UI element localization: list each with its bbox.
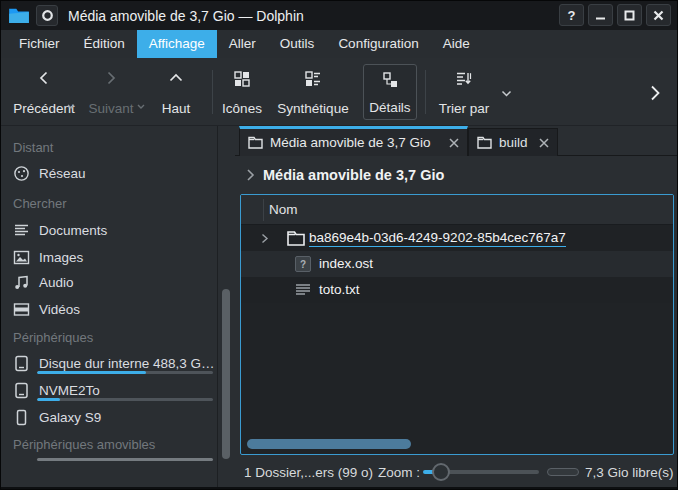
sidebar-item-images[interactable]: Images xyxy=(13,245,83,269)
zoom-slider-handle[interactable] xyxy=(432,463,450,481)
window-controls: ? xyxy=(559,4,671,26)
smartphone-icon xyxy=(13,409,30,426)
places-panel: Distant Réseau Chercher Documents xyxy=(1,126,234,490)
tab-close-button[interactable] xyxy=(539,138,549,148)
chevron-left-icon xyxy=(36,70,52,86)
zoom-slider-track[interactable] xyxy=(447,470,539,474)
sidebar-item-documents[interactable]: Documents xyxy=(13,218,107,242)
icons-view-button[interactable]: Icônes xyxy=(219,64,265,120)
back-dropdown-caret-icon[interactable] xyxy=(67,104,75,109)
close-button[interactable] xyxy=(646,4,671,26)
chevron-right-icon xyxy=(246,168,255,182)
file-row-toto-txt[interactable]: toto.txt xyxy=(241,277,673,303)
folder-icon xyxy=(248,136,263,149)
file-name[interactable]: index.ost xyxy=(319,256,373,271)
minimize-icon xyxy=(595,10,606,21)
folder-view-panel: Média amovible de 3,7 Gio build xyxy=(235,126,678,490)
sidebar-item-label: Documents xyxy=(39,223,107,238)
sort-icon xyxy=(455,70,473,88)
close-icon xyxy=(449,138,459,148)
maximize-icon xyxy=(624,10,635,21)
menu-affichage[interactable]: Affichage xyxy=(137,30,217,58)
titlebar-emblem-button[interactable] xyxy=(36,5,58,26)
toolbar-separator xyxy=(425,70,426,114)
file-row-folder[interactable]: ba869e4b-03d6-4249-9202-85b4cec767a7 xyxy=(241,225,673,251)
sidebar-item-audio[interactable]: Audio xyxy=(13,270,74,294)
harddisk-icon xyxy=(13,355,30,372)
harddisk-icon xyxy=(13,382,30,399)
audio-icon xyxy=(13,274,30,291)
text-file-icon xyxy=(295,283,311,298)
dolphin-window: Média amovible de 3,7 Gio — Dolphin ? Fi… xyxy=(0,0,678,490)
menu-fichier[interactable]: Fichier xyxy=(7,30,72,58)
forward-button[interactable]: Suivant xyxy=(83,64,139,120)
compact-view-button[interactable]: Synthétique xyxy=(269,64,357,120)
places-section-peripheriques: Périphériques xyxy=(13,330,93,345)
breadcrumb[interactable]: Média amovible de 3,7 Gio xyxy=(235,156,678,194)
places-section-chercher: Chercher xyxy=(13,196,66,211)
sidebar-scrollbar[interactable] xyxy=(222,289,230,459)
menubar: Fichier Édition Affichage Aller Outils C… xyxy=(1,30,677,58)
file-name[interactable]: toto.txt xyxy=(319,282,360,297)
sidebar-item-label: Réseau xyxy=(39,166,86,181)
zoom-label: Zoom : xyxy=(378,465,420,480)
maximize-button[interactable] xyxy=(617,4,642,26)
statusbar: 1 Dossier,...ers (99 o) Zoom : 7,3 Gio l… xyxy=(235,455,678,490)
forward-dropdown-caret-icon[interactable] xyxy=(137,104,145,109)
column-separator[interactable] xyxy=(263,199,264,221)
titlebar[interactable]: Média amovible de 3,7 Gio — Dolphin ? xyxy=(1,1,677,30)
places-section-amovibles: Périphériques amovibles xyxy=(13,437,155,452)
sidebar-item-label: Disque dur interne 488,3 G… xyxy=(39,356,215,371)
disc-icon xyxy=(41,9,54,22)
sort-by-button[interactable]: Trier par xyxy=(433,64,495,120)
tab-build[interactable]: build xyxy=(468,128,558,156)
details-view-icon xyxy=(381,71,399,89)
column-header-row: Nom xyxy=(241,195,673,225)
menu-aller[interactable]: Aller xyxy=(217,30,268,58)
compact-view-icon xyxy=(304,70,322,88)
sort-dropdown-caret-icon[interactable] xyxy=(501,90,512,97)
tab-close-button[interactable] xyxy=(449,138,459,148)
toolbar: Précédent Suivant Haut Icônes xyxy=(1,58,677,126)
sidebar-item-galaxy-s9[interactable]: Galaxy S9 xyxy=(13,405,101,429)
details-view-button[interactable]: Détails xyxy=(363,64,417,120)
sidebar-item-videos[interactable]: Vidéos xyxy=(13,297,80,321)
sidebar-item-label: Galaxy S9 xyxy=(39,410,101,425)
menu-edition[interactable]: Édition xyxy=(72,30,137,58)
tab-label: build xyxy=(499,135,528,150)
help-button[interactable]: ? xyxy=(559,4,584,26)
help-icon: ? xyxy=(568,8,576,23)
menu-configuration[interactable]: Configuration xyxy=(326,30,430,58)
expander-icon[interactable] xyxy=(261,233,269,244)
back-button[interactable]: Précédent xyxy=(9,64,79,120)
horizontal-scrollbar[interactable] xyxy=(247,439,411,449)
tab-media-amovible[interactable]: Média amovible de 3,7 Gio xyxy=(239,126,468,156)
places-section-distant: Distant xyxy=(13,140,53,155)
menu-aide[interactable]: Aide xyxy=(431,30,482,58)
document-icon xyxy=(13,222,30,239)
file-view[interactable]: Nom ba869e4b-03d6-4249-9202-85b4cec767a7 xyxy=(240,194,674,455)
sidebar-item-label: Images xyxy=(39,250,83,265)
sidebar-item-reseau[interactable]: Réseau xyxy=(13,161,86,185)
breadcrumb-path[interactable]: Média amovible de 3,7 Gio xyxy=(263,167,444,183)
minimize-button[interactable] xyxy=(588,4,613,26)
network-icon xyxy=(13,165,30,182)
sidebar-item-label: NVME2To xyxy=(39,383,100,398)
sidebar-item-label: Audio xyxy=(39,275,74,290)
up-button[interactable]: Haut xyxy=(155,64,197,120)
close-icon xyxy=(653,10,664,21)
sidebar-item-label: Vidéos xyxy=(39,302,80,317)
icons-view-icon xyxy=(233,70,251,88)
panel-splitter[interactable] xyxy=(217,126,218,490)
disk-usage-bar xyxy=(37,371,213,374)
tab-bar: Média amovible de 3,7 Gio build xyxy=(235,126,678,156)
unknown-file-icon: ? xyxy=(295,256,311,272)
file-name[interactable]: ba869e4b-03d6-4249-9202-85b4cec767a7 xyxy=(309,230,566,247)
menu-outils[interactable]: Outils xyxy=(268,30,327,58)
disk-usage-bar xyxy=(37,398,213,401)
dolphin-app-icon xyxy=(8,7,30,24)
toolbar-overflow-icon[interactable] xyxy=(649,84,661,102)
file-row-index-ost[interactable]: ? index.ost xyxy=(241,251,673,277)
tab-label: Média amovible de 3,7 Gio xyxy=(270,135,431,150)
column-header-nom[interactable]: Nom xyxy=(269,195,298,225)
